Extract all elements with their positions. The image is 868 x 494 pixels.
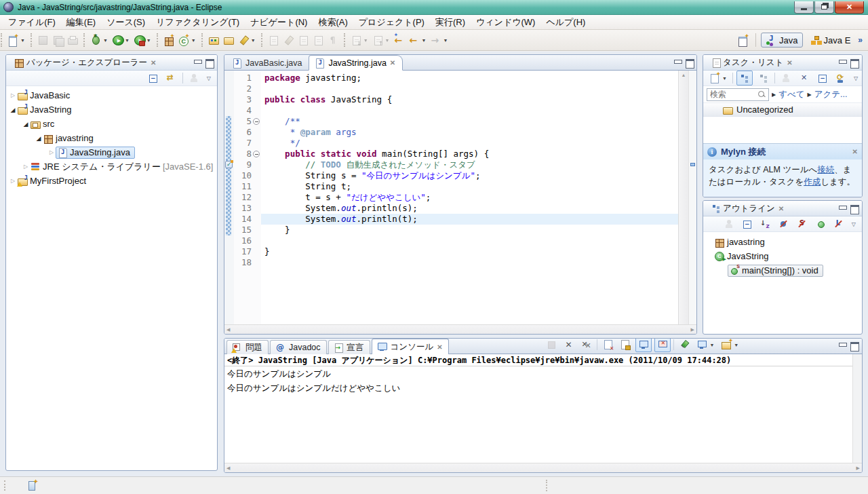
console-vertical-scrollbar[interactable] — [852, 354, 862, 463]
debug-dropdown-icon[interactable]: ▼ — [103, 38, 108, 43]
console-tab-Javadoc[interactable]: Javadoc — [270, 340, 327, 354]
minimize-view-icon[interactable] — [193, 59, 202, 66]
remove-launch-button[interactable] — [561, 338, 576, 352]
minimize-view-icon[interactable] — [838, 342, 847, 349]
tree-item-JavaString[interactable]: ◢JavaString — [6, 102, 217, 117]
code-line-14[interactable]: System.out.println(t); — [261, 214, 678, 225]
forward-button[interactable]: ▼ — [428, 33, 450, 47]
twisty-expanded-icon[interactable]: ◢ — [35, 135, 43, 142]
twisty-collapsed-icon[interactable]: ▷ — [9, 178, 17, 184]
menu-item-8[interactable]: ウィンドウ(W) — [471, 15, 540, 30]
minimize-view-icon[interactable] — [838, 59, 847, 66]
close-view-icon[interactable]: ✕ — [787, 59, 792, 66]
twisty-collapsed-icon[interactable]: ▷ — [47, 149, 56, 155]
code-line-2[interactable] — [261, 83, 678, 94]
menu-item-3[interactable]: リファクタリング(T) — [151, 15, 245, 30]
menu-item-4[interactable]: ナビゲート(N) — [245, 15, 313, 30]
show-stdout-when-changed-button[interactable] — [635, 338, 652, 352]
fold-collapse-icon[interactable] — [253, 118, 260, 125]
pin-console-button[interactable] — [677, 338, 692, 352]
new-class-dropdown-icon[interactable]: ▼ — [191, 38, 196, 43]
forward-dropdown-icon[interactable]: ▼ — [443, 38, 448, 43]
categorized-view-button[interactable] — [736, 71, 753, 86]
code-line-12[interactable]: t = s + "だけどややこしい"; — [261, 192, 678, 203]
menu-item-2[interactable]: ソース(S) — [101, 15, 151, 30]
restore-button[interactable] — [814, 1, 834, 14]
outline-item-JavaString[interactable]: ▶JavaString — [703, 249, 862, 263]
close-tab-icon[interactable]: ✕ — [390, 59, 395, 66]
synchronize-button[interactable] — [833, 71, 848, 85]
new-wizard-dropdown-icon[interactable]: ▼ — [20, 38, 25, 43]
collapse-all-button[interactable] — [146, 71, 161, 85]
scroll-right-icon[interactable]: ▶ — [691, 327, 694, 332]
scheduled-view-button[interactable] — [756, 71, 771, 85]
minimize-view-icon[interactable] — [838, 205, 847, 212]
code-line-16[interactable] — [261, 235, 678, 246]
run-external-tools-dropdown-icon[interactable]: ▼ — [146, 38, 151, 43]
show-source-button[interactable] — [311, 33, 326, 47]
next-annotation-dropdown-icon[interactable]: ▼ — [363, 38, 368, 43]
display-selected-console-button[interactable]: ▼ — [694, 338, 716, 352]
sort-button[interactable] — [758, 217, 773, 231]
code-line-8[interactable]: public static void main(String[] args) { — [261, 149, 678, 159]
hide-fields-button[interactable] — [776, 217, 791, 231]
close-view-icon[interactable]: ✕ — [778, 205, 784, 212]
fold-collapse-icon[interactable] — [253, 151, 260, 157]
display-selected-console-dropdown-icon[interactable]: ▼ — [709, 343, 714, 347]
scroll-right-icon[interactable]: ▶ — [856, 466, 860, 471]
perspective-java-button[interactable]: Java — [761, 33, 802, 48]
show-whitespace-button[interactable] — [326, 33, 340, 47]
outline-tab[interactable]: アウトライン ✕ — [707, 202, 788, 215]
tree-item-JRE システム・ライブラリー[interactable]: ▷JRE システム・ライブラリー [JavaSE-1.6] — [6, 159, 217, 174]
outline-item-javastring[interactable]: javastring — [703, 235, 862, 249]
clear-console-button[interactable] — [600, 338, 615, 352]
clean-up-button[interactable] — [296, 33, 311, 47]
code-line-4[interactable] — [261, 105, 678, 116]
editor-vertical-scrollbar[interactable]: ▲ — [678, 71, 688, 324]
format-button[interactable] — [281, 33, 296, 47]
menu-item-7[interactable]: 実行(R) — [430, 15, 471, 30]
code-area[interactable]: package javastring; public class JavaStr… — [261, 71, 678, 324]
last-edit-location-button[interactable] — [392, 33, 407, 47]
task-category-row[interactable]: Uncategorized — [703, 103, 862, 117]
code-line-3[interactable]: public class JavaString { — [261, 94, 678, 105]
twisty-expanded-icon[interactable]: ◢ — [9, 107, 17, 113]
code-line-5[interactable]: /** — [261, 116, 678, 127]
new-task-dropdown-icon[interactable]: ▼ — [722, 76, 727, 81]
console-tab-宣言[interactable]: 宣言 — [328, 340, 370, 354]
task-filter-1[interactable]: アクテ... — [814, 89, 848, 100]
minimize-button[interactable] — [794, 1, 814, 14]
deactivate-task-button[interactable] — [797, 71, 812, 85]
menu-item-6[interactable]: プロジェクト(P) — [353, 15, 430, 30]
task-marker-icon[interactable] — [225, 161, 233, 168]
code-line-9[interactable]: // TODO 自動生成されたメソッド・スタブ — [261, 159, 678, 170]
twisty-collapsed-icon[interactable]: ▷ — [9, 92, 17, 98]
remove-all-terminated-button[interactable] — [579, 338, 594, 352]
scroll-left-icon[interactable]: ◀ — [226, 327, 230, 332]
menu-item-9[interactable]: ヘルプ(H) — [540, 15, 591, 30]
console-output[interactable]: 今日のサンプルはシンプル今日のサンプルはシンプルだけどややこしい — [224, 366, 862, 463]
console-tab-コンソール[interactable]: コンソール✕ — [372, 339, 449, 354]
new-task-button[interactable]: ▼ — [707, 71, 729, 85]
close-button[interactable]: ✕ — [835, 1, 864, 14]
maximize-view-icon[interactable] — [850, 59, 859, 66]
tree-item-JavaString.java[interactable]: ▷JavaString.java — [6, 145, 217, 159]
new-wizard-button[interactable]: ▼ — [5, 33, 27, 47]
open-resource-button[interactable] — [221, 33, 236, 47]
hide-non-public-button[interactable] — [813, 217, 828, 231]
maximize-view-icon[interactable] — [850, 205, 859, 212]
tree-item-src[interactable]: ◢src — [6, 117, 217, 131]
mylyn-link-接続[interactable]: 接続 — [817, 165, 834, 174]
mark-occurrences-button[interactable]: ▼ — [236, 33, 258, 47]
hide-static-members-button[interactable] — [795, 217, 810, 231]
focus-on-active-task-button[interactable] — [186, 71, 201, 85]
run-dropdown-icon[interactable]: ▼ — [125, 38, 130, 43]
tree-item-MyFirstProject[interactable]: ▷MyFirstProject — [6, 174, 217, 188]
package-explorer-tab[interactable]: パッケージ・エクスプローラー ✕ — [9, 56, 160, 69]
back-dropdown-icon[interactable]: ▼ — [422, 38, 427, 43]
new-class-button[interactable]: ▼ — [176, 33, 198, 47]
maximize-view-icon[interactable] — [205, 59, 214, 66]
code-line-15[interactable]: } — [261, 225, 678, 235]
hide-local-types-button[interactable] — [831, 217, 846, 231]
collapse-all-button[interactable] — [815, 71, 830, 85]
